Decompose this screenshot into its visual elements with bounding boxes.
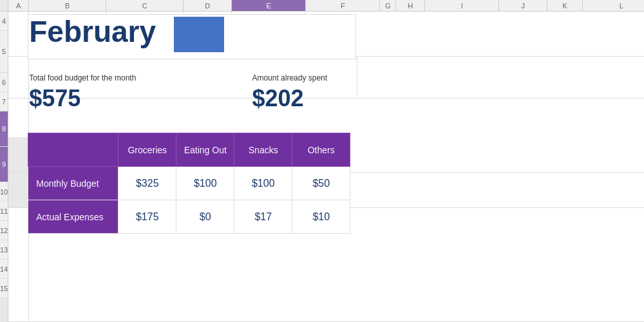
cell-a-rest[interactable] [8, 247, 29, 321]
spreadsheet: 4 5 6 7 8 9 10 11 12 13 14 15 A B C D E … [0, 0, 644, 322]
row-number-8[interactable]: 11 [0, 202, 8, 221]
col-header-j[interactable]: J [499, 0, 547, 11]
row-number-2[interactable]: 5 [0, 31, 8, 73]
cell-rest11[interactable] [29, 227, 644, 247]
row-number-10[interactable]: 13 [0, 240, 8, 260]
grid-row-7 [8, 118, 644, 137]
cell-rest-rest[interactable] [29, 247, 644, 321]
col-header-b[interactable]: B [29, 0, 106, 11]
grid-row-rest [8, 247, 644, 322]
col-header-c[interactable]: C [106, 0, 184, 11]
grid-row-6 [8, 99, 644, 118]
cell-a4[interactable] [8, 12, 29, 56]
col-header-f[interactable]: F [306, 0, 380, 11]
grid-row-11 [8, 227, 644, 247]
row-number-7[interactable]: 10 [0, 182, 8, 202]
cell-a7[interactable] [8, 118, 29, 137]
cell-a10[interactable] [8, 208, 29, 227]
col-headers: A B C D E F G H I J K L M N [8, 0, 644, 12]
cell-b5[interactable] [29, 57, 357, 98]
row-number-12[interactable]: 15 [0, 279, 8, 298]
cell-rest8[interactable] [29, 137, 644, 172]
cell-c4[interactable] [106, 12, 184, 56]
row-number-4[interactable]: 7 [0, 92, 8, 111]
row-number-corner [0, 0, 8, 12]
col-header-k[interactable]: K [547, 0, 583, 11]
cell-a5[interactable] [8, 57, 29, 98]
col-header-h[interactable]: H [396, 0, 425, 11]
col-header-i[interactable]: I [425, 0, 499, 11]
row-number-5[interactable]: 8 [0, 111, 8, 147]
row-number-6[interactable]: 9 [0, 147, 8, 182]
cell-a6[interactable] [8, 99, 29, 118]
cell-rest9[interactable] [29, 173, 644, 207]
row-number-1[interactable]: 4 [0, 12, 8, 31]
row-numbers: 4 5 6 7 8 9 10 11 12 13 14 15 [0, 0, 8, 322]
cell-rest5[interactable] [357, 57, 644, 98]
cell-e4[interactable] [232, 12, 306, 56]
col-header-a[interactable]: A [8, 0, 29, 11]
row-number-3[interactable]: 6 [0, 73, 8, 92]
cell-a8[interactable] [8, 137, 29, 172]
cell-d4[interactable] [184, 12, 232, 56]
grid-row-10 [8, 208, 644, 227]
col-header-l[interactable]: L [583, 0, 644, 11]
col-header-g[interactable]: G [380, 0, 396, 11]
grid-row-9 [8, 173, 644, 208]
cell-rest10[interactable] [29, 208, 644, 227]
grid-row-4 [8, 12, 644, 57]
col-header-e[interactable]: E [232, 0, 306, 11]
col-header-d[interactable]: D [184, 0, 232, 11]
cell-a9[interactable] [8, 173, 29, 207]
row-number-9[interactable]: 12 [0, 221, 8, 240]
cell-a11[interactable] [8, 227, 29, 247]
cell-b4[interactable] [29, 12, 106, 56]
cell-rest4[interactable] [306, 12, 644, 56]
cell-rest6[interactable] [29, 99, 644, 118]
grid-rows: February Total food budget for the month… [8, 12, 644, 322]
grid-row-5 [8, 57, 644, 99]
cell-rest7[interactable] [29, 118, 644, 137]
spreadsheet-main: A B C D E F G H I J K L M N [8, 0, 644, 322]
row-number-11[interactable]: 14 [0, 260, 8, 279]
grid-row-8 [8, 137, 644, 173]
